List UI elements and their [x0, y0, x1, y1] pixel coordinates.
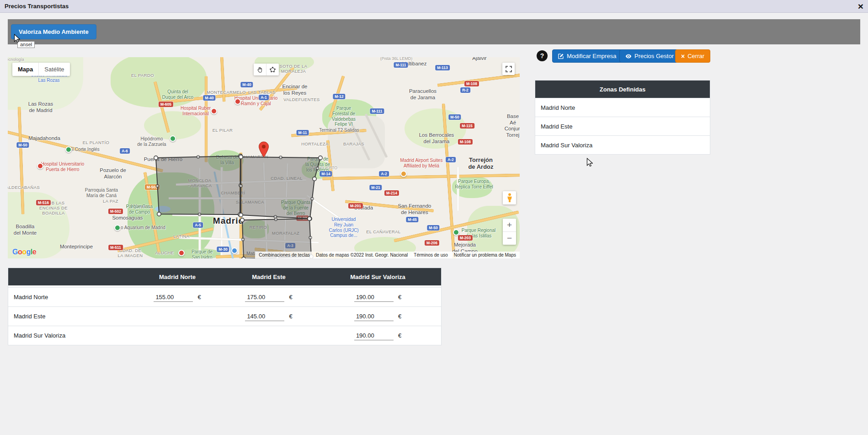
- pan-tool-icon[interactable]: [254, 64, 266, 75]
- price-input-este-este[interactable]: [245, 312, 284, 321]
- zone-row-madrid-este[interactable]: Madrid Este: [535, 117, 710, 135]
- zone-midpoint-handle[interactable]: [279, 156, 282, 159]
- zone-vertex-handle[interactable]: [157, 212, 161, 216]
- price-header-madrid-este: Madrid Este: [223, 268, 314, 285]
- zone-midpoint-handle[interactable]: [316, 167, 319, 170]
- google-logo-letter: g: [27, 248, 31, 256]
- price-input-sur-sur[interactable]: [354, 331, 394, 340]
- currency-label: €: [398, 313, 401, 320]
- modificar-empresa-button[interactable]: Modificar Empresa: [552, 49, 622, 63]
- edit-icon: [558, 53, 564, 59]
- price-row-label-madrid-sur-valoriza: Madrid Sur Valoriza: [8, 326, 132, 345]
- price-input-este-sur[interactable]: [354, 312, 394, 321]
- window-close-icon[interactable]: ×: [858, 1, 863, 11]
- map-marker[interactable]: [258, 141, 269, 158]
- zone-vertex-handle[interactable]: [319, 156, 322, 160]
- zone-vertex-handle[interactable]: [154, 156, 158, 160]
- price-header-madrid-sur-valoriza: Madrid Sur Valoriza: [314, 268, 441, 285]
- close-x-icon: ×: [681, 53, 685, 59]
- price-cell: €: [314, 287, 441, 306]
- currency-label: €: [289, 294, 292, 301]
- draw-polygon-icon[interactable]: [266, 64, 279, 75]
- price-cell: €: [132, 287, 223, 306]
- zone-row-madrid-sur-valoriza[interactable]: Madrid Sur Valoriza: [535, 135, 710, 154]
- attribution-keyboard-shortcuts[interactable]: Combinaciones de teclas: [259, 252, 310, 258]
- price-cell: €: [314, 306, 441, 326]
- zone-vertex-handle[interactable]: [239, 155, 243, 159]
- map-type-satelite[interactable]: Satélite: [38, 63, 69, 76]
- cursor-pointer: [586, 158, 593, 167]
- fullscreen-button[interactable]: [502, 63, 515, 75]
- price-row-label-madrid-este: Madrid Este: [8, 306, 132, 326]
- precios-transportistas-window: Precios Transportistas × Valoriza Medio …: [0, 0, 868, 435]
- zone-midpoint-handle[interactable]: [309, 236, 312, 239]
- valoriza-medio-ambiente-button[interactable]: Valoriza Medio Ambiente: [11, 24, 96, 39]
- eye-icon: [625, 53, 632, 59]
- fullscreen-icon: [506, 66, 512, 72]
- google-logo[interactable]: Google: [12, 248, 36, 256]
- pegman-button[interactable]: [503, 191, 516, 204]
- toolbar: Valoriza Medio Ambiente: [8, 19, 860, 44]
- map-type-control: Mapa Satélite: [12, 63, 70, 76]
- google-logo-letter: e: [32, 248, 36, 256]
- price-cell-empty: [132, 326, 223, 345]
- draw-toolbar: [254, 64, 279, 75]
- zone-vertex-handle[interactable]: [242, 257, 245, 258]
- price-row-label-madrid-norte: Madrid Norte: [8, 287, 132, 306]
- zone-midpoint-handle[interactable]: [156, 185, 159, 188]
- currency-label: €: [398, 294, 401, 301]
- price-cell: €: [223, 306, 314, 326]
- zone-vertex-handle[interactable]: [239, 213, 243, 217]
- zone-row-madrid-norte[interactable]: Madrid Norte: [535, 98, 710, 117]
- zoom-control: + −: [503, 219, 516, 245]
- attribution-map-data: Datos de mapas ©2022 Inst. Geogr. Nacion…: [316, 252, 408, 258]
- currency-label: €: [197, 294, 201, 301]
- zone-vertex-handle[interactable]: [313, 177, 316, 181]
- price-input-norte-este[interactable]: [245, 293, 284, 302]
- zonas-definidas-header: Zonas Definidas: [535, 81, 710, 98]
- zone-midpoint-handle[interactable]: [242, 238, 245, 241]
- google-logo-letter: o: [22, 248, 26, 256]
- tooltip: ansel: [17, 41, 35, 48]
- zones-overlay: [8, 57, 520, 258]
- price-cell-empty: [223, 326, 314, 345]
- window-titlebar: Precios Transportistas ×: [0, 0, 868, 13]
- attribution-terms[interactable]: Términos de uso: [414, 252, 447, 258]
- price-header-empty: [8, 268, 132, 285]
- help-icon[interactable]: ?: [537, 50, 548, 61]
- cerrar-button[interactable]: × Cerrar: [675, 49, 710, 63]
- zone-midpoint-handle[interactable]: [311, 198, 314, 200]
- cerrar-label: Cerrar: [687, 53, 704, 59]
- price-matrix-table: Madrid Norte Madrid Este Madrid Sur Valo…: [8, 268, 442, 345]
- google-logo-letter: o: [18, 248, 22, 256]
- zonas-definidas-panel: Zonas Definidas Madrid Norte Madrid Este…: [535, 80, 710, 155]
- map-attribution: Combinaciones de teclas Datos de mapas ©…: [255, 252, 520, 258]
- zoom-out-button[interactable]: −: [503, 231, 516, 245]
- zone-midpoint-handle[interactable]: [197, 156, 200, 158]
- zone-polygon[interactable]: [156, 156, 240, 215]
- price-cell-empty: [132, 306, 223, 326]
- price-cell: €: [223, 287, 314, 306]
- currency-label: €: [289, 313, 292, 320]
- google-map[interactable]: TecnologíaCostco Wholesale Las RozasLas …: [8, 57, 520, 258]
- precios-gestor-button[interactable]: Precios Gestor: [619, 49, 680, 63]
- modificar-empresa-label: Modificar Empresa: [567, 53, 616, 59]
- zone-vertex-handle[interactable]: [308, 217, 311, 220]
- price-input-norte-norte[interactable]: [154, 293, 193, 302]
- zoom-in-button[interactable]: +: [503, 219, 516, 231]
- zone-midpoint-handle[interactable]: [275, 218, 277, 221]
- precios-gestor-label: Precios Gestor: [634, 53, 674, 59]
- currency-label: €: [398, 332, 401, 339]
- google-logo-letter: G: [12, 248, 18, 256]
- price-cell: €: [314, 326, 441, 345]
- map-type-mapa[interactable]: Mapa: [12, 63, 38, 76]
- price-input-norte-sur[interactable]: [354, 293, 394, 302]
- zone-midpoint-handle[interactable]: [240, 185, 242, 188]
- zone-vertex-handle[interactable]: [240, 218, 244, 222]
- zone-polygon[interactable]: [241, 157, 320, 219]
- window-title: Precios Transportistas: [5, 3, 69, 10]
- attribution-report[interactable]: Notificar un problema de Maps: [454, 252, 516, 258]
- price-header-madrid-norte: Madrid Norte: [132, 268, 223, 285]
- zone-midpoint-handle[interactable]: [198, 213, 201, 216]
- pegman-icon: [507, 193, 512, 203]
